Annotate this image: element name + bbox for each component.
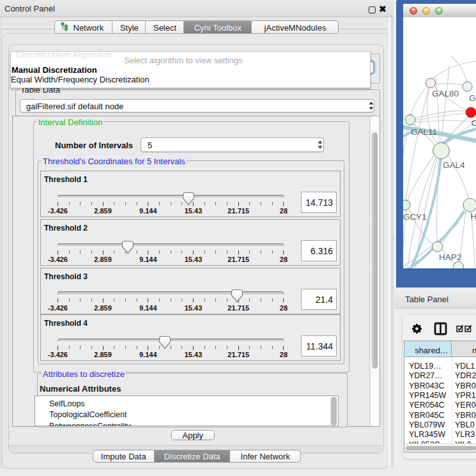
svg-text:GAL4: GAL4 [443, 160, 465, 170]
svg-text:C: C [472, 118, 476, 128]
svg-text:GCY1: GCY1 [403, 212, 427, 222]
svg-text:H: H [471, 211, 476, 221]
svg-text:GA: GA [469, 93, 476, 103]
svg-text:HAP2: HAP2 [439, 252, 461, 262]
svg-text:GAL80: GAL80 [432, 89, 459, 98]
svg-text:GAL11: GAL11 [411, 127, 437, 137]
